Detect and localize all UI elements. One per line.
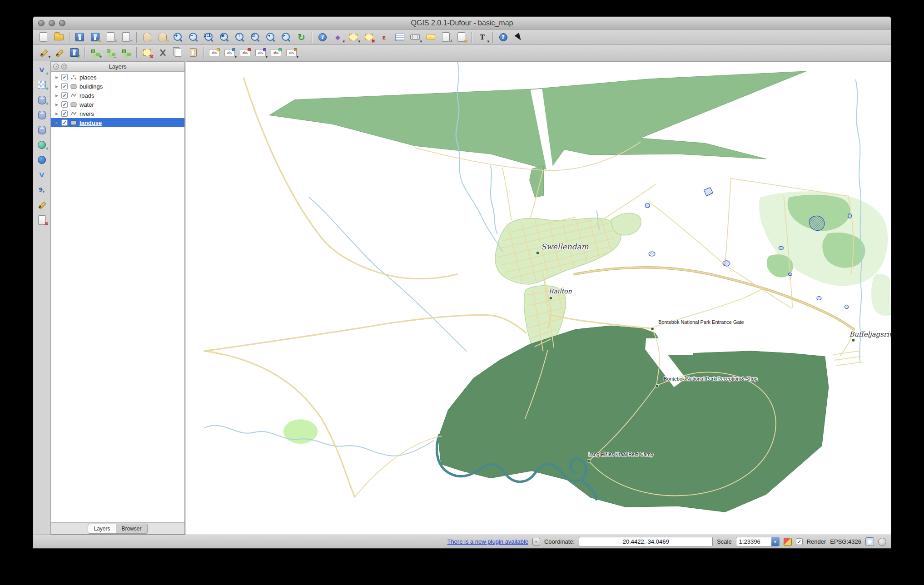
measure-line-button[interactable]: ▾ — [407, 30, 422, 44]
add-wcs-layer-button[interactable] — [35, 153, 50, 167]
label-move-button[interactable]: abc▾ — [253, 46, 268, 59]
current-edits-dropdown[interactable]: ▾ — [48, 55, 50, 59]
layer-checkbox[interactable]: ✓ — [61, 74, 68, 80]
label-pin-button[interactable]: abc▾ — [222, 46, 237, 59]
zoom-in-button[interactable]: + — [170, 30, 185, 44]
layer-row-landuse[interactable]: ▶ ✓ landuse — [51, 118, 184, 127]
zoom-next-button[interactable]: ▸ — [278, 30, 293, 44]
expand-arrow-icon[interactable]: ▶ — [55, 75, 59, 79]
remove-layer-button[interactable]: ✖ — [35, 213, 50, 227]
new-print-composer-button[interactable]: + — [103, 30, 118, 44]
layer-row-buildings[interactable]: ▶ ✓ buildings — [51, 82, 184, 91]
minimize-window-button[interactable] — [49, 20, 55, 26]
plugin-icon[interactable]: ⌁ — [532, 538, 540, 545]
expand-arrow-icon[interactable]: ▶ — [55, 103, 59, 107]
add-postgis-layer-button[interactable]: + — [35, 93, 50, 107]
toggle-editing-button[interactable] — [51, 46, 66, 59]
expand-arrow-icon[interactable]: ▶ — [55, 121, 59, 125]
map-tips-button[interactable] — [423, 30, 438, 44]
select-features-dropdown[interactable]: ▾ — [358, 40, 360, 44]
pan-to-selection-button[interactable]: ▭ — [155, 30, 170, 44]
add-feature-button[interactable]: + — [88, 46, 103, 59]
layer-checkbox[interactable]: ✓ — [61, 110, 68, 117]
new-bookmark-button[interactable]: + — [438, 30, 453, 44]
label-rotate-button[interactable]: abc — [268, 46, 283, 59]
zoom-to-selection-button[interactable]: ▢ — [232, 30, 247, 44]
save-project-button[interactable] — [72, 30, 87, 44]
zoom-out-button[interactable]: − — [186, 30, 201, 44]
paste-features-button[interactable] — [186, 46, 201, 59]
text-annotation-button[interactable]: T▾ — [475, 30, 490, 44]
add-mssql-layer-button[interactable] — [35, 123, 50, 137]
map-canvas[interactable]: Swellendam Railton Bontebok National Par… — [186, 61, 891, 535]
add-spatialite-layer-button[interactable] — [35, 108, 50, 122]
layer-checkbox[interactable]: ✓ — [61, 83, 68, 89]
open-project-button[interactable] — [51, 30, 66, 44]
zoom-last-button[interactable]: ◂ — [263, 30, 278, 44]
add-vector-layer-button[interactable]: V+ — [35, 63, 50, 77]
delete-selected-button[interactable]: ✖ — [139, 46, 154, 59]
add-wfs-layer-button[interactable]: V — [35, 168, 50, 182]
scale-combo[interactable]: 1:23396 ▾ — [736, 537, 780, 546]
feature-actions-dropdown[interactable]: ▾ — [343, 40, 345, 44]
deselect-features-button[interactable]: ✖ — [361, 30, 376, 44]
identify-features-button[interactable]: i — [315, 30, 330, 44]
expand-arrow-icon[interactable]: ▶ — [55, 84, 59, 89]
new-project-button[interactable] — [36, 30, 51, 44]
tab-layers[interactable]: Layers — [88, 524, 116, 534]
field-calculator-button[interactable]: ε — [377, 30, 392, 44]
save-project-as-button[interactable]: ✎ — [88, 30, 103, 44]
expand-arrow-icon[interactable]: ▶ — [55, 112, 59, 116]
label-move-dropdown[interactable]: ▾ — [265, 55, 268, 59]
layer-checkbox[interactable]: ✓ — [61, 101, 68, 108]
cut-features-button[interactable] — [155, 46, 170, 59]
select-features-button[interactable]: ▾ — [346, 30, 361, 44]
coordinate-input[interactable]: 20.4422,-34.0469 — [579, 537, 713, 546]
add-wms-layer-button[interactable]: + — [35, 138, 50, 152]
refresh-map-button[interactable]: ↻ — [294, 30, 309, 44]
labeling-button[interactable]: abc — [207, 46, 222, 59]
scale-dropdown-icon[interactable]: ▾ — [771, 537, 779, 546]
zoom-to-layer-button[interactable]: ▤ — [248, 30, 263, 44]
layer-row-water[interactable]: ▶ ✓ water — [51, 100, 184, 109]
save-layer-edits-button[interactable]: ✓ — [67, 46, 82, 59]
crs-status-button[interactable] — [865, 537, 874, 546]
layer-checkbox[interactable]: ✓ — [61, 119, 68, 126]
layer-row-rivers[interactable]: ▶ ✓ rivers — [51, 109, 184, 118]
titlebar[interactable]: QGIS 2.0.1-Dufour - basic_map — [33, 17, 891, 30]
zoom-native-button[interactable]: 1:1 — [201, 30, 216, 44]
feature-actions-button[interactable]: ◆▾ — [330, 30, 345, 44]
layer-row-places[interactable]: ▶ ✓ places — [51, 73, 184, 82]
messages-button[interactable] — [878, 538, 886, 546]
whats-this-button[interactable] — [511, 30, 526, 44]
node-tool-button[interactable] — [119, 46, 134, 59]
zoom-window-button[interactable] — [59, 20, 65, 26]
render-checkbox[interactable]: ✓ — [796, 538, 803, 545]
current-edits-button[interactable]: ▾ — [36, 46, 51, 59]
layer-checkbox[interactable]: ✓ — [61, 92, 68, 99]
label-properties-button[interactable]: abc▾ — [284, 46, 299, 59]
label-pin-dropdown[interactable]: ▾ — [234, 55, 237, 59]
copy-features-button[interactable] — [170, 46, 185, 59]
measure-line-dropdown[interactable]: ▾ — [420, 40, 422, 44]
label-highlight-button[interactable]: abc — [238, 46, 253, 59]
show-bookmarks-button[interactable]: ★ — [454, 30, 469, 44]
zoom-full-button[interactable]: ▣ — [217, 30, 232, 44]
text-annotation-dropdown[interactable]: ▾ — [487, 40, 489, 44]
tab-browser[interactable]: Browser — [116, 524, 148, 534]
add-raster-layer-button[interactable]: + — [35, 78, 50, 92]
new-shapefile-layer-button[interactable] — [35, 198, 50, 212]
composer-manager-button[interactable]: ≡ — [119, 30, 134, 44]
expand-arrow-icon[interactable]: ▶ — [55, 94, 59, 98]
add-delimited-text-layer-button[interactable]: 9, — [35, 183, 50, 197]
help-contents-button[interactable]: ? — [496, 30, 511, 44]
render-brush-icon[interactable] — [784, 538, 792, 546]
new-plugin-link[interactable]: There is a new plugin available — [447, 538, 528, 545]
open-attribute-table-button[interactable] — [392, 30, 407, 44]
pan-map-button[interactable] — [139, 30, 154, 44]
move-feature-button[interactable]: ↔ — [103, 46, 118, 59]
main-area: V++++V9,✖ × ◻ Layers ▶ ✓ places ▶ ✓ — [33, 60, 891, 535]
layer-row-roads[interactable]: ▶ ✓ roads — [51, 91, 184, 100]
label-properties-dropdown[interactable]: ▾ — [296, 55, 298, 59]
close-window-button[interactable] — [38, 20, 45, 26]
